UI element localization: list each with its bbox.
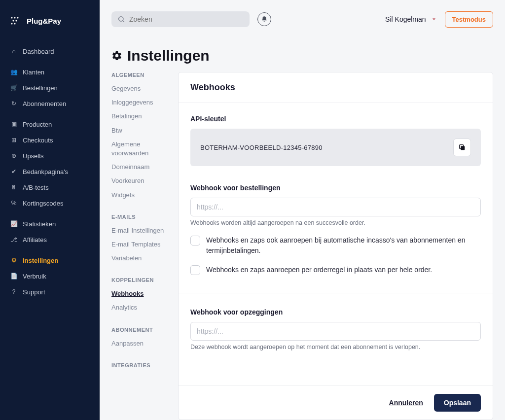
settings-panel: Webhooks API-sleutel BOTERHAM-VOORBEELD-… [178, 72, 493, 420]
nav-item-kortingscodes[interactable]: %Kortingscodes [0, 195, 100, 211]
subnav-item-gegevens[interactable]: Gegevens [111, 82, 173, 96]
package-icon: ▣ [10, 120, 18, 128]
primary-nav: ⌂Dashboard👥Klanten🛒Bestellingen↻Abonneme… [0, 38, 100, 300]
nav-item-a-b-tests[interactable]: 🎚A/B-tests [0, 179, 100, 195]
panel-title: Webhooks [190, 82, 481, 93]
orders-webhook-input[interactable] [190, 198, 481, 216]
nav-item-checkouts[interactable]: ⊞Checkouts [0, 132, 100, 148]
nav-item-label: Producten [23, 121, 52, 128]
nav-item-label: Klanten [23, 69, 44, 76]
plus-circle-icon: ⊕ [10, 152, 18, 160]
svg-point-2 [17, 17, 18, 18]
subnav-group-label: ALGEMEEN [111, 72, 173, 78]
search-box[interactable] [111, 11, 250, 27]
orders-check-incasso[interactable] [190, 236, 200, 245]
svg-point-5 [11, 23, 12, 24]
subnav-item-betalingen[interactable]: Betalingen [111, 109, 173, 123]
nav-item-verbruik[interactable]: 📄Verbruik [0, 268, 100, 284]
subnav-item-btw[interactable]: Btw [111, 124, 173, 138]
subnav-item-inloggegevens[interactable]: Inloggegevens [111, 96, 173, 109]
orders-check-incasso-label: Webhooks en zaps ook aanroepen bij autom… [206, 235, 481, 256]
help-icon: ? [10, 288, 18, 296]
nav-item-affiliates[interactable]: ⎇Affiliates [0, 232, 100, 247]
subnav-item-e-mail-instellingen[interactable]: E-mail Instellingen [111, 224, 173, 238]
copy-api-key-button[interactable] [453, 139, 471, 156]
subnav-item-widgets[interactable]: Widgets [111, 188, 173, 202]
nav-item-label: Bestellingen [23, 84, 58, 92]
check-icon: ✔ [10, 168, 18, 175]
subnav-item-e-mail-templates[interactable]: E-mail Templates [111, 238, 173, 251]
search-input[interactable] [129, 15, 244, 23]
nav-item-bestellingen[interactable]: 🛒Bestellingen [0, 80, 100, 96]
subnav-item-analytics[interactable]: Analytics [111, 301, 173, 315]
copy-icon [458, 143, 466, 151]
brand-logo-icon [10, 15, 22, 27]
nav-item-label: Statistieken [23, 220, 56, 228]
users-icon: 👥 [10, 68, 18, 76]
save-button[interactable]: Opslaan [434, 394, 481, 412]
nav-item-support[interactable]: ?Support [0, 284, 100, 300]
user-menu[interactable]: Sil Kogelman [385, 15, 437, 23]
cancel-button[interactable]: Annuleren [389, 399, 423, 407]
subnav-item-variabelen[interactable]: Variabelen [111, 251, 173, 265]
subnav-item-webhooks[interactable]: Webhooks [111, 287, 173, 301]
topbar: Sil Kogelman Testmodus [100, 0, 505, 32]
nav-item-label: Verbruik [23, 273, 46, 280]
subnav-item-domeinnaam[interactable]: Domeinnaam [111, 160, 173, 174]
gauge-icon: 🎚 [10, 183, 18, 191]
cancel-webhook-label: Webhook voor opzeggingen [190, 308, 481, 316]
subnav-item-voorkeuren[interactable]: Voorkeuren [111, 174, 173, 188]
notifications-button[interactable] [257, 12, 271, 26]
panel-footer: Annuleren Opslaan [179, 385, 493, 420]
grid-icon: ⊞ [10, 136, 18, 144]
svg-line-8 [123, 21, 124, 22]
svg-point-1 [14, 17, 15, 18]
sidebar: Plug&Pay ⌂Dashboard👥Klanten🛒Bestellingen… [0, 0, 100, 420]
subnav-group-label: E-MAILS [111, 214, 173, 220]
svg-point-7 [119, 17, 123, 21]
nav-item-abonnementen[interactable]: ↻Abonnementen [0, 96, 100, 111]
nav-item-klanten[interactable]: 👥Klanten [0, 64, 100, 80]
subnav-item-aanpassen[interactable]: Aanpassen [111, 337, 173, 350]
nav-item-label: Checkouts [23, 137, 53, 144]
nav-item-label: Kortingscodes [23, 200, 63, 207]
subnav-group-label: ABONNEMENT [111, 327, 173, 333]
main: Sil Kogelman Testmodus Instellingen ALGE… [100, 0, 505, 420]
page-title-row: Instellingen [111, 47, 493, 64]
nav-item-instellingen[interactable]: ⚙Instellingen [0, 252, 100, 268]
cart-icon: 🛒 [10, 84, 18, 92]
api-key-value: BOTERHAM-VOORBEELD-12345-67890 [200, 144, 323, 151]
search-icon [117, 15, 125, 23]
home-icon: ⌂ [10, 47, 18, 55]
file-icon: 📄 [10, 272, 18, 280]
testmode-button[interactable]: Testmodus [445, 11, 493, 28]
nav-item-statistieken[interactable]: 📈Statistieken [0, 216, 100, 232]
brand-name: Plug&Pay [27, 17, 61, 25]
nav-item-upsells[interactable]: ⊕Upsells [0, 148, 100, 164]
nav-item-producten[interactable]: ▣Producten [0, 116, 100, 132]
orders-check-per-line-label: Webhooks en zaps aanroepen per orderrege… [206, 265, 432, 275]
orders-webhook-label: Webhook voor bestellingen [190, 184, 481, 192]
brand: Plug&Pay [0, 10, 100, 38]
cancel-webhook-input[interactable] [190, 322, 481, 341]
nav-item-dashboard[interactable]: ⌂Dashboard [0, 43, 100, 59]
orders-webhook-help: Webhooks worden altijd aangeroepen na ee… [190, 219, 481, 226]
nav-item-label: Dashboard [23, 48, 54, 55]
nav-item-label: Support [23, 288, 45, 296]
refresh-icon: ↻ [10, 100, 18, 107]
nav-item-label: Affiliates [23, 236, 47, 244]
share-icon: ⎇ [10, 236, 18, 244]
panel-header: Webhooks [179, 72, 493, 103]
orders-check-per-line[interactable] [190, 265, 200, 275]
nav-item-label: Abonnementen [23, 100, 66, 107]
svg-rect-9 [461, 146, 465, 150]
page-title: Instellingen [127, 47, 210, 64]
subnav-item-algemene-voorwaarden[interactable]: Algemene voorwaarden [111, 138, 173, 160]
svg-point-4 [15, 20, 17, 21]
svg-point-6 [14, 23, 15, 24]
nav-item-bedankpagina-s[interactable]: ✔Bedankpagina's [0, 164, 100, 179]
nav-item-label: Bedankpagina's [23, 168, 68, 175]
nav-item-label: A/B-tests [23, 184, 49, 191]
svg-point-3 [12, 20, 14, 21]
cancel-webhook-help: Deze webhook wordt aangeroepen op het mo… [190, 344, 481, 350]
